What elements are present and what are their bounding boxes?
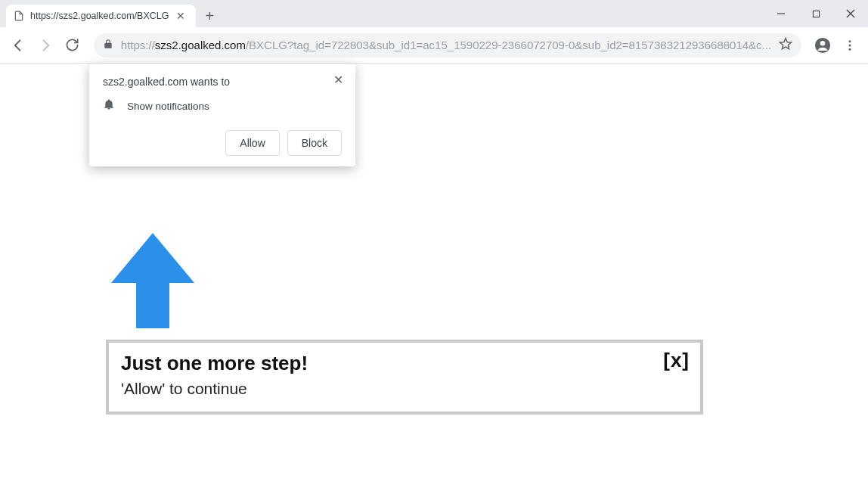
arrow-up-icon (107, 233, 198, 334)
close-icon[interactable]: ✕ (330, 71, 346, 89)
window-maximize-button[interactable] (798, 0, 833, 27)
kebab-menu-button[interactable] (839, 34, 860, 57)
bookmark-star-icon[interactable] (779, 37, 792, 54)
svg-point-7 (849, 40, 851, 42)
window-title-bar: https://szs2.goalked.com/BXCLG ✕ + (0, 0, 868, 27)
svg-marker-10 (111, 233, 194, 328)
svg-point-8 (849, 44, 851, 46)
forward-button[interactable] (35, 34, 56, 57)
window-close-button[interactable] (833, 0, 868, 27)
new-tab-button[interactable]: + (196, 5, 223, 27)
reload-button[interactable] (62, 34, 83, 57)
svg-rect-1 (813, 11, 819, 17)
svg-marker-4 (780, 38, 792, 48)
permission-origin-text: szs2.goalked.com wants to (103, 76, 342, 88)
back-button[interactable] (8, 34, 29, 57)
browser-tab[interactable]: https://szs2.goalked.com/BXCLG ✕ (6, 5, 196, 27)
allow-button[interactable]: Allow (225, 130, 279, 156)
address-bar[interactable]: https://szs2.goalked.com/BXCLG?tag_id=72… (94, 33, 801, 57)
lock-icon (103, 39, 113, 52)
banner-close-button[interactable]: [x] (663, 349, 690, 372)
permission-label: Show notifications (127, 101, 209, 112)
instruction-banner: [x] Just one more step! 'Allow' to conti… (106, 340, 703, 415)
tab-title: https://szs2.goalked.com/BXCLG (30, 11, 169, 21)
tab-close-button[interactable]: ✕ (173, 10, 188, 22)
bell-icon (103, 98, 115, 113)
block-button[interactable]: Block (287, 130, 342, 156)
window-minimize-button[interactable] (764, 0, 798, 27)
page-icon (14, 11, 24, 21)
url-text: https://szs2.goalked.com/BXCLG?tag_id=72… (121, 39, 771, 51)
banner-subtitle: 'Allow' to continue (121, 380, 688, 398)
window-controls (764, 0, 868, 27)
profile-avatar-button[interactable] (812, 34, 833, 57)
notification-permission-popup: ✕ szs2.goalked.com wants to Show notific… (89, 64, 355, 166)
banner-title: Just one more step! (121, 352, 688, 375)
svg-point-9 (849, 48, 851, 50)
svg-point-6 (820, 40, 826, 45)
browser-toolbar: https://szs2.goalked.com/BXCLG?tag_id=72… (0, 27, 868, 64)
